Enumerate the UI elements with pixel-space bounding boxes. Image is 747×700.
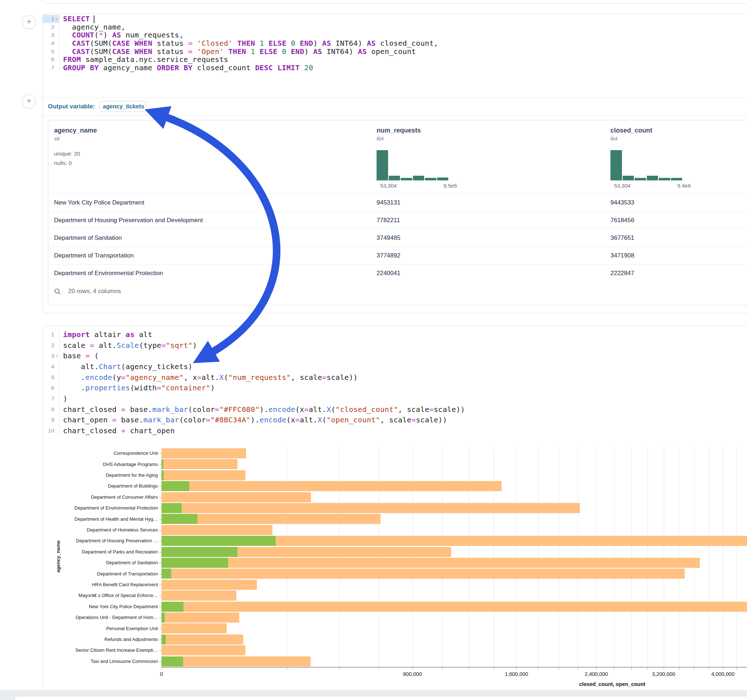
code-token: ). xyxy=(259,405,268,414)
code-token: AS xyxy=(367,39,376,48)
column-header: num_requestsi64 xyxy=(377,127,421,142)
code-line[interactable]: 6 .properties(width="container") xyxy=(43,382,747,393)
search-icon[interactable] xyxy=(54,288,61,295)
x-axis-tick xyxy=(596,668,597,670)
code-token: agency_name xyxy=(99,63,157,72)
code-line[interactable]: 5 CAST(SUM(CASE WHEN status = 'Open' THE… xyxy=(43,47,747,56)
code-token: closed_count, xyxy=(376,39,438,48)
histogram-bar xyxy=(635,178,646,180)
gridline xyxy=(596,448,597,667)
code-line[interactable]: 10chart_closed + chart_open xyxy=(43,425,747,436)
code-line[interactable]: 7) xyxy=(43,393,747,404)
histogram-bar xyxy=(623,176,634,180)
code-text[interactable]: base = ( xyxy=(59,352,99,360)
code-text[interactable]: CAST(SUM(CASE WHEN status = 'Closed' THE… xyxy=(59,39,438,48)
code-text[interactable]: import altair as alt xyxy=(59,330,153,339)
add-cell-button[interactable]: + xyxy=(22,15,36,29)
bar-closed xyxy=(162,602,747,612)
column-type: str xyxy=(54,136,97,142)
code-line[interactable]: 8chart_closed = base.mark_bar(color="#FF… xyxy=(43,404,747,415)
code-token: (x xyxy=(295,405,304,414)
bar-closed xyxy=(162,656,311,667)
code-line[interactable]: 3 COUNT(*) AS num_requests, xyxy=(43,31,747,39)
gridline xyxy=(558,448,559,667)
code-token: chart_open xyxy=(63,416,112,424)
code-text[interactable]: chart_open = base.mark_bar(color="#8BC34… xyxy=(59,416,447,424)
code-text[interactable]: COUNT(*) AS num_requests, xyxy=(59,31,184,39)
code-text[interactable]: chart_closed + chart_open xyxy=(59,426,175,435)
code-token: = xyxy=(295,416,299,424)
x-axis-tick xyxy=(709,668,709,670)
code-token: , x xyxy=(184,373,197,382)
add-cell-button[interactable]: + xyxy=(22,94,36,109)
sql-code-editor[interactable]: 1∨SELECT2 agency_name,3 COUNT(*) AS num_… xyxy=(43,15,747,72)
code-line[interactable]: 4 CAST(SUM(CASE WHEN status = 'Closed' T… xyxy=(43,39,747,48)
code-line[interactable]: 3∨base = ( xyxy=(43,350,747,361)
gridline xyxy=(694,448,694,667)
x-axis-tick xyxy=(379,668,379,670)
code-line[interactable]: 1∨SELECT xyxy=(43,15,747,23)
code-token: open_count xyxy=(367,47,416,56)
code-line[interactable]: 7GROUP BY agency_name ORDER BY closed_co… xyxy=(43,64,747,72)
bar-open xyxy=(162,612,165,623)
code-text[interactable]: CAST(SUM(CASE WHEN status = 'Open' THEN … xyxy=(59,47,416,56)
line-number: 10 xyxy=(48,427,54,434)
code-text[interactable]: GROUP BY agency_name ORDER BY closed_cou… xyxy=(59,63,313,72)
altair-bar-chart: Correspondence UnitDHS Advantage Program… xyxy=(43,445,747,688)
code-token: chart_closed xyxy=(63,426,121,435)
column-type: i64 xyxy=(611,136,652,142)
y-axis-label: Department of Consumer Affairs xyxy=(43,494,158,500)
code-token: closed_count xyxy=(192,63,255,72)
y-axis-tick xyxy=(159,530,162,530)
fold-chevron-icon[interactable]: ∨ xyxy=(54,17,59,21)
line-number-gutter: 4 xyxy=(43,39,59,48)
previous-cell-edge xyxy=(42,0,747,4)
code-line[interactable]: 2scale = alt.Scale(type="sqrt") xyxy=(43,340,747,351)
code-token xyxy=(246,47,251,56)
code-text[interactable]: scale = alt.Scale(type="sqrt") xyxy=(59,341,197,350)
line-number: 4 xyxy=(51,40,54,47)
code-line[interactable]: 4 alt.Chart(agency_tickets) xyxy=(43,361,747,372)
code-text[interactable]: agency_name, xyxy=(59,23,126,31)
hist-max-label: 9.4e6 xyxy=(677,183,691,189)
code-text[interactable]: ) xyxy=(59,394,67,403)
y-axis-tick xyxy=(159,596,162,596)
code-token: WHEN xyxy=(135,47,153,56)
line-number-gutter: 1∨ xyxy=(43,15,59,23)
y-axis-label: Correspondence Unit xyxy=(43,451,158,456)
code-text[interactable]: .properties(width="container") xyxy=(59,383,215,392)
code-line[interactable]: 9chart_open = base.mark_bar(color="#8BC3… xyxy=(43,415,747,425)
code-token: ELSE xyxy=(268,39,286,48)
y-axis-tick xyxy=(159,453,162,454)
fold-chevron-icon[interactable]: ∨ xyxy=(54,354,59,358)
y-axis-label: Department of Homeless Services xyxy=(43,527,158,533)
code-text[interactable]: chart_closed = base.mark_bar(color="#FFC… xyxy=(59,405,465,414)
code-line[interactable]: 1import altair as alt xyxy=(43,329,747,340)
code-line[interactable]: 6FROM sample_data.nyc.service_requests xyxy=(43,56,747,64)
x-axis-tick xyxy=(442,668,443,670)
code-text[interactable]: alt.Chart(agency_tickets) xyxy=(59,362,192,371)
bar-open xyxy=(162,514,198,524)
gridline xyxy=(631,448,632,667)
x-axis-tick-label: 1,600,000 xyxy=(495,671,538,677)
code-token: 20 xyxy=(304,63,313,72)
line-number-gutter: 1 xyxy=(43,329,59,340)
gridline xyxy=(442,448,443,667)
code-line[interactable]: 5 .encode(y="agency_name", x=alt.X("num_… xyxy=(43,372,747,383)
code-text[interactable]: SELECT xyxy=(59,14,94,23)
y-axis-tick xyxy=(159,541,162,541)
code-token: encode xyxy=(85,373,112,382)
code-token: FROM xyxy=(63,55,81,64)
python-code-editor[interactable]: 1import altair as alt2scale = alt.Scale(… xyxy=(43,329,747,436)
code-token: Chart xyxy=(99,362,121,371)
code-line[interactable]: 2 agency_name, xyxy=(43,23,747,31)
x-axis-tick xyxy=(162,668,162,670)
hist-max-label: 9.5e6 xyxy=(443,183,457,189)
line-number: 9 xyxy=(51,416,54,423)
code-token: = xyxy=(162,341,166,350)
code-text[interactable]: .encode(y="agency_name", x=alt.X("num_re… xyxy=(59,373,358,382)
code-text[interactable]: FROM sample_data.nyc.service_requests xyxy=(59,55,228,64)
output-variable-pill[interactable]: agency_tickets xyxy=(100,101,146,112)
code-token: 0 xyxy=(282,47,286,56)
bar-open xyxy=(162,481,189,491)
